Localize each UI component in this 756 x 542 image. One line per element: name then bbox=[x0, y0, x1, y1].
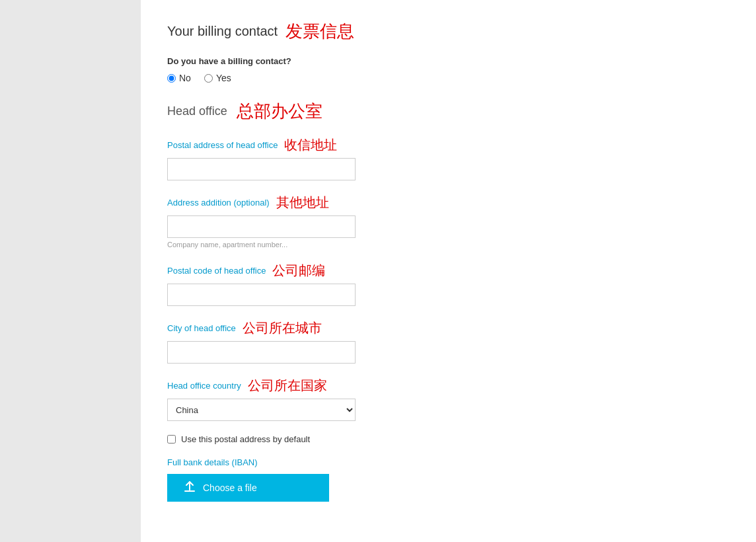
city-input[interactable] bbox=[167, 341, 356, 364]
upload-icon bbox=[183, 481, 196, 496]
postal-address-group: Postal address of head office 收信地址 bbox=[167, 136, 730, 180]
head-office-title-cn: 总部办公室 bbox=[237, 100, 322, 123]
address-addition-label-row: Address addition (optional) 其他地址 bbox=[167, 194, 730, 212]
sidebar bbox=[0, 0, 141, 542]
country-label-cn: 公司所在国家 bbox=[248, 377, 327, 395]
city-label-cn: 公司所在城市 bbox=[243, 319, 322, 337]
postal-code-group: Postal code of head office 公司邮编 bbox=[167, 262, 730, 306]
main-content: Your billing contact 发票信息 Do you have a … bbox=[141, 0, 756, 542]
address-addition-group: Address addition (optional) 其他地址 Company… bbox=[167, 194, 730, 249]
country-select[interactable]: China United States United Kingdom Germa… bbox=[167, 399, 356, 421]
city-label-en: City of head office bbox=[167, 323, 236, 333]
city-group: City of head office 公司所在城市 bbox=[167, 319, 730, 364]
use-default-checkbox-group: Use this postal address by default bbox=[167, 434, 730, 444]
city-label-row: City of head office 公司所在城市 bbox=[167, 319, 730, 337]
use-default-checkbox[interactable] bbox=[167, 435, 176, 444]
country-group: Head office country 公司所在国家 China United … bbox=[167, 377, 730, 421]
postal-code-label-row: Postal code of head office 公司邮编 bbox=[167, 262, 730, 280]
billing-title-en: Your billing contact bbox=[167, 24, 278, 39]
country-label-row: Head office country 公司所在国家 bbox=[167, 377, 730, 395]
billing-radio-group: No Yes bbox=[167, 73, 730, 83]
country-select-wrapper: China United States United Kingdom Germa… bbox=[167, 399, 730, 421]
postal-code-input[interactable] bbox=[167, 284, 356, 306]
radio-yes[interactable] bbox=[204, 74, 213, 83]
radio-yes-label[interactable]: Yes bbox=[204, 73, 231, 83]
radio-yes-text: Yes bbox=[216, 73, 231, 83]
postal-code-label-cn: 公司邮编 bbox=[272, 262, 325, 280]
postal-address-label-cn: 收信地址 bbox=[284, 136, 337, 154]
postal-address-input[interactable] bbox=[167, 158, 356, 180]
radio-no-text: No bbox=[179, 73, 191, 83]
address-addition-label-en: Address addition (optional) bbox=[167, 198, 270, 208]
head-office-title-en: Head office bbox=[167, 104, 227, 118]
use-default-label[interactable]: Use this postal address by default bbox=[181, 434, 310, 444]
country-label-en: Head office country bbox=[167, 381, 241, 391]
choose-file-label: Choose a file bbox=[203, 483, 257, 493]
address-addition-hint: Company name, apartment number... bbox=[167, 241, 730, 249]
postal-code-label-en: Postal code of head office bbox=[167, 266, 266, 276]
radio-no-label[interactable]: No bbox=[167, 73, 191, 83]
postal-address-label-en: Postal address of head office bbox=[167, 140, 278, 150]
postal-address-label-row: Postal address of head office 收信地址 bbox=[167, 136, 730, 154]
iban-section: Full bank details (IBAN) Choose a file bbox=[167, 457, 730, 502]
address-addition-input[interactable] bbox=[167, 215, 356, 238]
billing-question: Do you have a billing contact? bbox=[167, 56, 730, 66]
head-office-header: Head office 总部办公室 bbox=[167, 100, 730, 123]
radio-no[interactable] bbox=[167, 74, 176, 83]
choose-file-button[interactable]: Choose a file bbox=[167, 474, 329, 502]
billing-section-header: Your billing contact 发票信息 bbox=[167, 20, 730, 43]
iban-label: Full bank details (IBAN) bbox=[167, 457, 730, 467]
address-addition-label-cn: 其他地址 bbox=[276, 194, 329, 212]
billing-title-cn: 发票信息 bbox=[285, 20, 354, 43]
